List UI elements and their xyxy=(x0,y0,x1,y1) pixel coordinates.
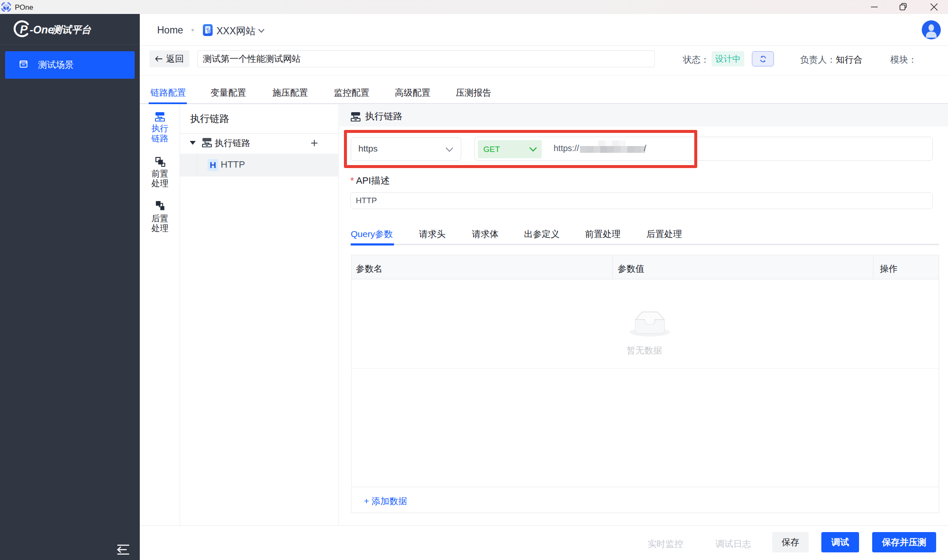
svg-text:P: P xyxy=(20,23,28,36)
svg-text:-One: -One xyxy=(30,24,54,36)
svg-text:测试平台: 测试平台 xyxy=(52,24,91,35)
